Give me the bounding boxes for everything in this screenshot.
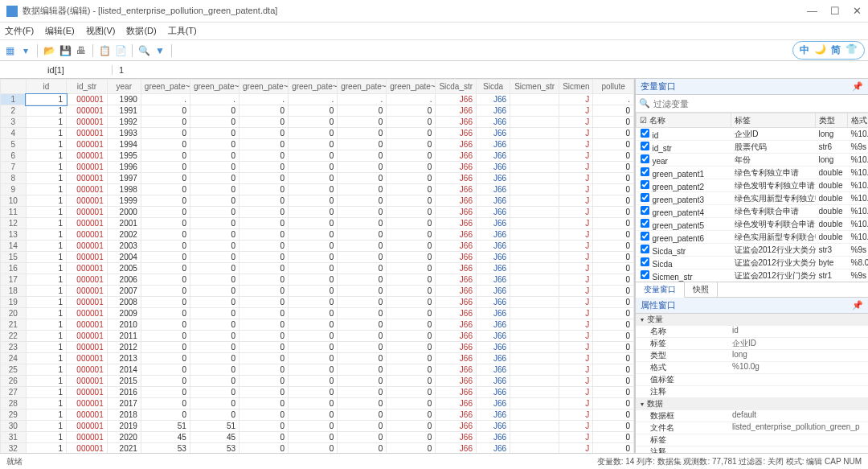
row-number[interactable]: 21: [1, 319, 27, 331]
data-cell[interactable]: [510, 319, 559, 331]
data-cell[interactable]: [510, 353, 559, 364]
data-cell[interactable]: 0: [387, 342, 436, 353]
moon-icon[interactable]: 🌙: [814, 43, 826, 57]
var-cell[interactable]: %10.0: [848, 154, 869, 167]
data-cell[interactable]: [510, 409, 559, 421]
data-cell[interactable]: 1: [26, 297, 67, 308]
data-cell[interactable]: 0: [190, 263, 239, 274]
data-cell[interactable]: 0: [593, 241, 634, 252]
data-cell[interactable]: 0: [141, 195, 190, 207]
column-header[interactable]: green_pate~1: [141, 80, 190, 94]
data-cell[interactable]: .: [387, 94, 436, 105]
data-cell[interactable]: J66: [476, 184, 510, 195]
data-cell[interactable]: J: [559, 252, 593, 263]
menu-item[interactable]: 视图(V): [86, 25, 116, 37]
data-cell[interactable]: J: [559, 376, 593, 387]
data-cell[interactable]: 51: [190, 421, 239, 432]
data-cell[interactable]: 0: [190, 308, 239, 319]
data-cell[interactable]: 0: [240, 308, 289, 319]
data-cell[interactable]: J: [559, 229, 593, 241]
data-cell[interactable]: 1: [26, 162, 67, 173]
data-cell[interactable]: 2015: [107, 376, 141, 387]
row-number[interactable]: 17: [1, 274, 27, 286]
var-cell[interactable]: %9s: [848, 269, 869, 282]
data-cell[interactable]: J: [559, 342, 593, 353]
data-cell[interactable]: 0: [387, 331, 436, 342]
row-number[interactable]: 29: [1, 409, 27, 421]
data-cell[interactable]: 0: [289, 195, 338, 207]
var-checkbox[interactable]: [640, 154, 649, 163]
data-cell[interactable]: 0: [240, 207, 289, 218]
data-cell[interactable]: 0: [190, 241, 239, 252]
data-cell[interactable]: 0: [387, 139, 436, 150]
data-cell[interactable]: [510, 443, 559, 454]
row-number[interactable]: 27: [1, 387, 27, 398]
data-cell[interactable]: 1: [26, 195, 67, 207]
data-cell[interactable]: J66: [476, 398, 510, 409]
var-cell[interactable]: green_patent5: [637, 218, 731, 231]
property-row[interactable]: 数据框default: [636, 410, 868, 422]
data-cell[interactable]: 0: [190, 353, 239, 364]
data-cell[interactable]: 0: [240, 263, 289, 274]
data-cell[interactable]: 2008: [107, 297, 141, 308]
data-cell[interactable]: [510, 297, 559, 308]
data-cell[interactable]: 0: [141, 207, 190, 218]
var-cell[interactable]: long: [816, 154, 848, 167]
data-cell[interactable]: [510, 342, 559, 353]
data-cell[interactable]: 0: [289, 139, 338, 150]
data-cell[interactable]: 000001: [67, 128, 108, 139]
data-cell[interactable]: 0: [338, 342, 387, 353]
panel-tab[interactable]: 快照: [685, 282, 718, 297]
data-cell[interactable]: 1: [26, 117, 67, 128]
data-cell[interactable]: 000001: [67, 319, 108, 331]
data-cell[interactable]: J66: [436, 128, 477, 139]
lang-cn-icon[interactable]: 中: [800, 43, 809, 57]
data-cell[interactable]: 0: [338, 117, 387, 128]
data-cell[interactable]: J: [559, 443, 593, 454]
data-cell[interactable]: 0: [190, 409, 239, 421]
data-cell[interactable]: 0: [593, 387, 634, 398]
var-cell[interactable]: Sicda_str: [637, 244, 731, 257]
data-cell[interactable]: 000001: [67, 331, 108, 342]
data-cell[interactable]: [510, 387, 559, 398]
data-cell[interactable]: J: [559, 398, 593, 409]
data-cell[interactable]: 0: [190, 286, 239, 297]
data-cell[interactable]: [510, 195, 559, 207]
data-cell[interactable]: 0: [240, 128, 289, 139]
data-cell[interactable]: 0: [141, 376, 190, 387]
var-cell[interactable]: 证监会2012行业门类分类码...: [731, 269, 816, 282]
data-cell[interactable]: 0: [141, 218, 190, 229]
property-value[interactable]: listed_enterprise_pollution_green_p: [732, 422, 868, 434]
data-cell[interactable]: 2010: [107, 319, 141, 331]
var-cell[interactable]: 证监会2012行业大类分类码...: [731, 244, 816, 257]
data-cell[interactable]: 0: [240, 331, 289, 342]
data-cell[interactable]: 0: [141, 150, 190, 162]
data-cell[interactable]: 0: [190, 173, 239, 184]
data-cell[interactable]: [510, 398, 559, 409]
data-cell[interactable]: 0: [387, 319, 436, 331]
row-number[interactable]: 30: [1, 421, 27, 432]
data-cell[interactable]: J66: [476, 421, 510, 432]
collapse-icon[interactable]: ▾: [641, 401, 644, 408]
data-cell[interactable]: J: [559, 195, 593, 207]
row-number[interactable]: 2: [1, 105, 27, 117]
data-cell[interactable]: 0: [387, 162, 436, 173]
data-cell[interactable]: 0: [387, 364, 436, 376]
variable-filter[interactable]: 🔍: [636, 95, 868, 113]
data-cell[interactable]: J66: [436, 421, 477, 432]
data-cell[interactable]: 0: [190, 184, 239, 195]
data-cell[interactable]: 0: [141, 319, 190, 331]
data-cell[interactable]: J: [559, 387, 593, 398]
data-cell[interactable]: 0: [190, 128, 239, 139]
data-cell[interactable]: 53: [141, 443, 190, 454]
data-cell[interactable]: 0: [240, 364, 289, 376]
filter-icon[interactable]: ▼: [154, 44, 166, 57]
data-cell[interactable]: 1: [26, 184, 67, 195]
data-cell[interactable]: J66: [436, 319, 477, 331]
property-value[interactable]: long: [732, 350, 868, 361]
property-group-header[interactable]: ▾数据: [636, 398, 868, 410]
data-cell[interactable]: 0: [240, 274, 289, 286]
var-checkbox[interactable]: [640, 167, 649, 176]
open-icon[interactable]: 📂: [43, 44, 55, 57]
data-cell[interactable]: 0: [141, 409, 190, 421]
